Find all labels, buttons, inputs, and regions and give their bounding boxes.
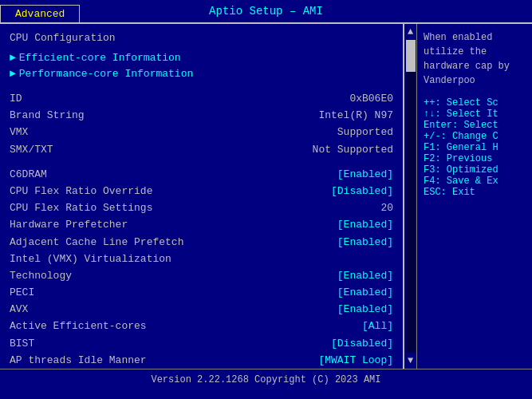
menu-item-efficient-core[interactable]: ► Efficient-core Information	[10, 52, 393, 64]
config-val-0[interactable]: [Enabled]	[337, 168, 393, 182]
section-title: CPU Configuration	[10, 32, 393, 44]
info-key-id: ID	[10, 92, 169, 106]
info-key-brand: Brand String	[10, 109, 169, 123]
help-description: When enabled utilize the hardware cap by…	[424, 30, 526, 88]
config-row-10: BIST[Disabled]	[10, 337, 393, 351]
help-key-label-4: F1: General H	[424, 142, 499, 153]
info-val-vmx: Supported	[337, 125, 393, 140]
help-key-label-5: F2: Previous	[424, 153, 492, 164]
help-key-label-6: F3: Optimized	[424, 164, 499, 176]
config-key-4: Adjacent Cache Line Prefetch	[10, 235, 183, 250]
scrollbar-track[interactable]	[406, 40, 416, 353]
help-key-row-6: F3: Optimized	[424, 164, 526, 176]
scroll-up-arrow[interactable]: ▲	[408, 24, 413, 40]
config-row-11: AP threads Idle Manner[MWAIT Loop]	[10, 354, 393, 368]
info-val-id: 0xB06E0	[349, 92, 393, 106]
scrollbar-thumb	[406, 40, 416, 72]
help-key-row-5: F2: Previous	[424, 153, 526, 164]
help-key-row-8: ESC: Exit	[424, 187, 526, 198]
config-rows: C6DRAM[Enabled]CPU Flex Ratio Override[D…	[10, 168, 393, 369]
config-val-7[interactable]: [Enabled]	[337, 286, 393, 300]
config-key-6: Technology	[10, 269, 169, 283]
config-key-5: Intel (VMX) Virtualization	[10, 252, 171, 267]
help-key-label-1: ↑↓: Select It	[424, 109, 499, 120]
config-val-3[interactable]: [Enabled]	[337, 218, 393, 232]
menu-label-1: Efficient-core Information	[19, 52, 181, 64]
help-key-row-2: Enter: Select	[424, 120, 526, 131]
help-key-label-7: F4: Save & Ex	[424, 176, 499, 187]
config-row-8: AVX[Enabled]	[10, 302, 393, 317]
info-row-smx: SMX/TXT Not Supported	[10, 143, 393, 157]
config-val-2[interactable]: 20	[380, 201, 393, 215]
config-key-3: Hardware Prefetcher	[10, 218, 169, 232]
config-row-5: Intel (VMX) Virtualization	[10, 252, 393, 267]
help-key-label-8: ESC: Exit	[424, 187, 475, 198]
help-key-label-0: ++: Select Sc	[424, 97, 499, 109]
help-key-row-4: F1: General H	[424, 142, 526, 153]
config-val-10[interactable]: [Disabled]	[331, 337, 393, 351]
config-val-9[interactable]: [All]	[362, 319, 393, 334]
config-val-6[interactable]: [Enabled]	[337, 269, 393, 283]
config-key-11: AP threads Idle Manner	[10, 354, 169, 368]
divider-2	[10, 160, 393, 168]
scroll-down-arrow[interactable]: ▼	[408, 353, 413, 369]
arrow-icon-2: ►	[10, 68, 16, 80]
info-row-brand: Brand String Intel(R) N97	[10, 109, 393, 123]
help-key-row-0: ++: Select Sc	[424, 97, 526, 109]
info-val-smx: Not Supported	[313, 143, 393, 157]
config-key-8: AVX	[10, 302, 169, 317]
info-key-smx: SMX/TXT	[10, 143, 169, 157]
config-val-1[interactable]: [Disabled]	[331, 184, 393, 199]
help-key-label-2: Enter: Select	[424, 120, 499, 131]
divider-1	[10, 84, 393, 92]
config-row-9: Active Efficient-cores[All]	[10, 319, 393, 334]
config-key-9: Active Efficient-cores	[10, 319, 169, 334]
config-key-7: PECI	[10, 286, 169, 300]
menu-label-2: Performance-core Information	[19, 68, 193, 80]
scrollbar[interactable]: ▲ ▼	[404, 24, 416, 369]
help-key-row-1: ↑↓: Select It	[424, 109, 526, 120]
menu-item-performance-core[interactable]: ► Performance-core Information	[10, 68, 393, 80]
config-row-0: C6DRAM[Enabled]	[10, 168, 393, 182]
info-row-id: ID 0xB06E0	[10, 92, 393, 106]
config-row-6: Technology[Enabled]	[10, 269, 393, 283]
config-key-10: BIST	[10, 337, 169, 351]
config-key-2: CPU Flex Ratio Settings	[10, 201, 169, 215]
app-title: Aptio Setup – AMI	[209, 5, 323, 18]
bottom-bar: Version 2.22.1268 Copyright (C) 2023 AMI	[0, 369, 532, 390]
left-panel: CPU Configuration ► Efficient-core Infor…	[0, 24, 404, 369]
config-val-8[interactable]: [Enabled]	[337, 302, 393, 317]
info-row-vmx: VMX Supported	[10, 125, 393, 140]
arrow-icon-1: ►	[10, 52, 16, 64]
config-row-4: Adjacent Cache Line Prefetch[Enabled]	[10, 235, 393, 250]
help-key-label-3: +/-: Change C	[424, 131, 499, 142]
top-bar: Advanced Aptio Setup – AMI	[0, 0, 532, 24]
info-val-brand: Intel(R) N97	[318, 109, 393, 123]
main-layout: CPU Configuration ► Efficient-core Infor…	[0, 24, 532, 369]
config-key-0: C6DRAM	[10, 168, 169, 182]
help-key-row-3: +/-: Change C	[424, 131, 526, 142]
config-val-11[interactable]: [MWAIT Loop]	[318, 354, 393, 368]
help-key-row-7: F4: Save & Ex	[424, 176, 526, 187]
help-keys: ++: Select Sc↑↓: Select ItEnter: Select+…	[424, 97, 526, 198]
version-text: Version 2.22.1268 Copyright (C) 2023 AMI	[151, 374, 380, 385]
config-key-1: CPU Flex Ratio Override	[10, 184, 169, 199]
config-row-3: Hardware Prefetcher[Enabled]	[10, 218, 393, 232]
help-divider	[424, 88, 526, 97]
config-row-2: CPU Flex Ratio Settings20	[10, 201, 393, 215]
right-panel: When enabled utilize the hardware cap by…	[416, 24, 532, 369]
tab-advanced[interactable]: Advanced	[0, 5, 80, 22]
config-row-1: CPU Flex Ratio Override[Disabled]	[10, 184, 393, 199]
info-key-vmx: VMX	[10, 125, 169, 140]
config-val-4[interactable]: [Enabled]	[337, 235, 393, 250]
config-row-7: PECI[Enabled]	[10, 286, 393, 300]
